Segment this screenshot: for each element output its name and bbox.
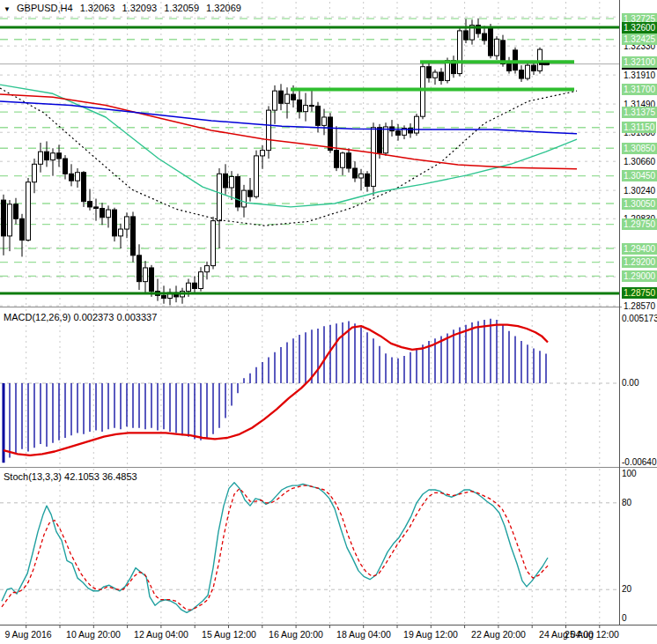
candle-body <box>353 168 358 178</box>
stoch-label-text: Stoch(13,3,3) 42.1053 36.4853 <box>4 471 137 482</box>
candle-body <box>427 67 432 78</box>
candle-body <box>107 210 111 218</box>
candle-body <box>51 153 55 160</box>
candle-body <box>378 128 382 153</box>
ma-red <box>0 94 577 169</box>
chart-close-value: 1.32069 <box>206 3 241 13</box>
candle-body <box>88 202 92 207</box>
candle-body <box>532 65 536 70</box>
candle-body <box>421 67 425 116</box>
chart-open-value: 1.32063 <box>80 3 115 13</box>
macd-label-text: MACD(12,26,9) 0.002373 0.003337 <box>4 312 157 322</box>
candle-body <box>439 72 444 80</box>
chart-low-value: 1.32059 <box>164 3 199 13</box>
candle-body <box>292 94 296 100</box>
candle-body <box>495 39 499 56</box>
candle-body <box>113 210 117 236</box>
main-chart-title: ▼ GBPUSD,H4 1.32063 1.32093 1.32059 1.32… <box>4 3 246 13</box>
chart-symbol-period: GBPUSD,H4 <box>17 3 73 13</box>
candle-body <box>279 91 284 103</box>
candle-body <box>384 127 388 153</box>
candle-body <box>489 28 493 56</box>
candle-body <box>39 152 43 164</box>
candle-body <box>261 151 265 156</box>
chart-high-value: 1.32093 <box>122 3 157 13</box>
candle-body <box>415 116 419 133</box>
candle-body <box>396 131 401 136</box>
candle-body <box>267 110 271 150</box>
candle-body <box>187 283 191 291</box>
candle-body <box>33 164 37 181</box>
candle-body <box>230 176 234 188</box>
candle-body <box>507 64 512 71</box>
candle-body <box>199 272 203 289</box>
candle-body <box>273 91 277 110</box>
candle-body <box>316 106 321 125</box>
candle-body <box>310 106 314 107</box>
candle-body <box>520 70 524 78</box>
candle-body <box>433 72 438 78</box>
candle-body <box>76 173 80 181</box>
candle-body <box>372 128 376 187</box>
candle-body <box>125 217 129 229</box>
candle-body <box>14 204 18 218</box>
candle-body <box>57 153 62 159</box>
candle-body <box>45 152 49 159</box>
candle-body <box>341 153 345 167</box>
candle-body <box>162 295 166 298</box>
candle-body <box>211 221 216 266</box>
candle-body <box>526 65 530 78</box>
macd-indicator-label: MACD(12,26,9) 0.002373 0.003337 <box>4 312 161 322</box>
candle-body <box>26 182 31 241</box>
candle-body <box>144 268 148 282</box>
candle-body <box>248 190 253 196</box>
candle-body <box>285 94 290 103</box>
candle-body <box>119 229 123 236</box>
stoch-k-line <box>2 483 548 613</box>
candle-body <box>242 190 247 207</box>
candle-body <box>8 204 12 236</box>
symbol-dropdown-icon[interactable]: ▼ <box>4 5 11 13</box>
candle-body <box>218 174 222 220</box>
candle-body <box>236 176 240 207</box>
candle-body <box>464 31 469 40</box>
candle-body <box>94 207 99 209</box>
candle-body <box>359 174 364 178</box>
candle-body <box>365 174 370 186</box>
candle-body <box>63 159 68 174</box>
stoch-d-line <box>2 485 548 610</box>
candle-body <box>304 106 308 112</box>
candle-body <box>458 31 462 74</box>
candle-body <box>2 200 6 236</box>
candle-body <box>335 151 339 168</box>
candle-body <box>150 268 154 292</box>
candle-body <box>322 117 327 125</box>
candle-body <box>347 153 351 168</box>
candle-body <box>20 218 25 240</box>
stoch-indicator-label: Stoch(13,3,3) 42.1053 36.4853 <box>4 471 142 482</box>
mt4-chart-window: 1.323301.319101.314901.310801.306601.302… <box>0 0 657 644</box>
candle-body <box>193 283 197 288</box>
candle-body <box>82 173 86 202</box>
candle-body <box>224 174 228 188</box>
candle-body <box>100 209 105 218</box>
candle-body <box>137 255 142 282</box>
candle-body <box>298 100 302 111</box>
candle-body <box>205 266 210 272</box>
candle-body <box>70 174 74 181</box>
candle-body <box>483 33 487 41</box>
candle-body <box>131 217 136 255</box>
ma-blue <box>0 101 577 134</box>
candle-body <box>255 156 259 196</box>
candle-body <box>328 117 333 151</box>
